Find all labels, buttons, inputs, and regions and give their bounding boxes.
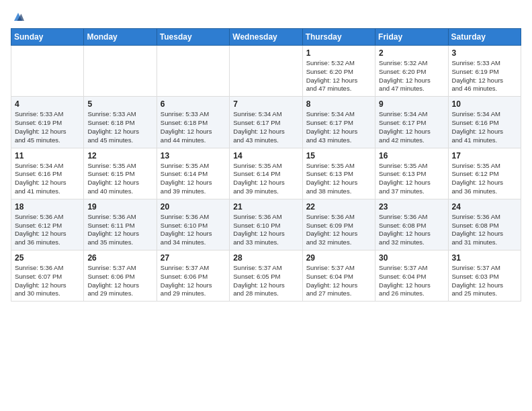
calendar-cell: 28Sunrise: 5:37 AM Sunset: 6:05 PM Dayli… xyxy=(230,250,302,302)
day-number: 16 xyxy=(379,151,444,161)
calendar-cell: 24Sunrise: 5:36 AM Sunset: 6:08 PM Dayli… xyxy=(448,199,521,250)
day-info: Sunrise: 5:37 AM Sunset: 6:06 PM Dayligh… xyxy=(87,264,152,298)
calendar-cell: 2Sunrise: 5:32 AM Sunset: 6:20 PM Daylig… xyxy=(375,46,448,97)
calendar-cell xyxy=(11,46,84,97)
calendar-cell: 13Sunrise: 5:35 AM Sunset: 6:14 PM Dayli… xyxy=(157,148,229,199)
day-number: 12 xyxy=(87,151,152,161)
day-number: 17 xyxy=(452,151,517,161)
day-info: Sunrise: 5:36 AM Sunset: 6:07 PM Dayligh… xyxy=(15,264,80,298)
day-number: 10 xyxy=(452,99,517,109)
day-info: Sunrise: 5:37 AM Sunset: 6:06 PM Dayligh… xyxy=(161,264,226,298)
calendar-week-row: 18Sunrise: 5:36 AM Sunset: 6:12 PM Dayli… xyxy=(11,199,521,250)
day-number: 13 xyxy=(161,151,226,161)
calendar-cell: 10Sunrise: 5:34 AM Sunset: 6:16 PM Dayli… xyxy=(448,97,521,148)
calendar-cell: 1Sunrise: 5:32 AM Sunset: 6:20 PM Daylig… xyxy=(302,46,375,97)
day-info: Sunrise: 5:34 AM Sunset: 6:17 PM Dayligh… xyxy=(306,110,371,144)
calendar-cell: 25Sunrise: 5:36 AM Sunset: 6:07 PM Dayli… xyxy=(11,250,84,302)
day-number: 4 xyxy=(15,99,80,109)
calendar-cell: 5Sunrise: 5:33 AM Sunset: 6:18 PM Daylig… xyxy=(84,97,157,148)
calendar-cell: 21Sunrise: 5:36 AM Sunset: 6:10 PM Dayli… xyxy=(230,199,302,250)
day-number: 5 xyxy=(87,99,152,109)
day-info: Sunrise: 5:34 AM Sunset: 6:17 PM Dayligh… xyxy=(233,110,298,144)
calendar-cell: 6Sunrise: 5:33 AM Sunset: 6:18 PM Daylig… xyxy=(157,97,229,148)
calendar-week-row: 25Sunrise: 5:36 AM Sunset: 6:07 PM Dayli… xyxy=(11,250,521,302)
day-number: 31 xyxy=(452,253,517,263)
calendar-cell: 4Sunrise: 5:33 AM Sunset: 6:19 PM Daylig… xyxy=(11,97,84,148)
day-number: 9 xyxy=(379,99,444,109)
day-info: Sunrise: 5:37 AM Sunset: 6:05 PM Dayligh… xyxy=(233,264,298,298)
day-info: Sunrise: 5:35 AM Sunset: 6:15 PM Dayligh… xyxy=(87,162,152,196)
day-info: Sunrise: 5:36 AM Sunset: 6:10 PM Dayligh… xyxy=(161,213,226,247)
calendar-cell: 11Sunrise: 5:34 AM Sunset: 6:16 PM Dayli… xyxy=(11,148,84,199)
calendar-cell: 30Sunrise: 5:37 AM Sunset: 6:04 PM Dayli… xyxy=(375,250,448,302)
calendar-header-row: SundayMondayTuesdayWednesdayThursdayFrid… xyxy=(11,29,521,46)
calendar-cell: 22Sunrise: 5:36 AM Sunset: 6:09 PM Dayli… xyxy=(302,199,375,250)
day-info: Sunrise: 5:36 AM Sunset: 6:09 PM Dayligh… xyxy=(306,213,371,247)
calendar-cell: 17Sunrise: 5:35 AM Sunset: 6:12 PM Dayli… xyxy=(448,148,521,199)
day-number: 11 xyxy=(15,151,80,161)
day-number: 21 xyxy=(233,202,298,212)
calendar-cell: 29Sunrise: 5:37 AM Sunset: 6:04 PM Dayli… xyxy=(302,250,375,302)
day-info: Sunrise: 5:33 AM Sunset: 6:18 PM Dayligh… xyxy=(161,110,226,144)
logo-icon xyxy=(12,11,24,23)
weekday-header: Saturday xyxy=(448,29,521,46)
calendar-cell: 20Sunrise: 5:36 AM Sunset: 6:10 PM Dayli… xyxy=(157,199,229,250)
day-info: Sunrise: 5:34 AM Sunset: 6:16 PM Dayligh… xyxy=(452,110,517,144)
day-info: Sunrise: 5:33 AM Sunset: 6:19 PM Dayligh… xyxy=(15,110,80,144)
calendar-week-row: 1Sunrise: 5:32 AM Sunset: 6:20 PM Daylig… xyxy=(11,46,521,97)
calendar-cell: 8Sunrise: 5:34 AM Sunset: 6:17 PM Daylig… xyxy=(302,97,375,148)
day-info: Sunrise: 5:33 AM Sunset: 6:19 PM Dayligh… xyxy=(452,59,517,93)
logo xyxy=(11,11,24,20)
weekday-header: Sunday xyxy=(11,29,84,46)
day-number: 29 xyxy=(306,253,371,263)
day-info: Sunrise: 5:36 AM Sunset: 6:12 PM Dayligh… xyxy=(15,213,80,247)
day-number: 7 xyxy=(233,99,298,109)
day-info: Sunrise: 5:34 AM Sunset: 6:17 PM Dayligh… xyxy=(379,110,444,144)
day-info: Sunrise: 5:37 AM Sunset: 6:03 PM Dayligh… xyxy=(452,264,517,298)
calendar-cell: 16Sunrise: 5:35 AM Sunset: 6:13 PM Dayli… xyxy=(375,148,448,199)
day-number: 2 xyxy=(379,48,444,58)
calendar-table: SundayMondayTuesdayWednesdayThursdayFrid… xyxy=(11,28,521,302)
day-number: 6 xyxy=(161,99,226,109)
day-number: 1 xyxy=(306,48,371,58)
day-number: 23 xyxy=(379,202,444,212)
day-number: 3 xyxy=(452,48,517,58)
day-info: Sunrise: 5:36 AM Sunset: 6:11 PM Dayligh… xyxy=(87,213,152,247)
calendar-cell: 9Sunrise: 5:34 AM Sunset: 6:17 PM Daylig… xyxy=(375,97,448,148)
calendar-cell: 18Sunrise: 5:36 AM Sunset: 6:12 PM Dayli… xyxy=(11,199,84,250)
day-number: 19 xyxy=(87,202,152,212)
calendar-cell xyxy=(230,46,302,97)
day-number: 28 xyxy=(233,253,298,263)
day-number: 24 xyxy=(452,202,517,212)
weekday-header: Friday xyxy=(375,29,448,46)
weekday-header: Thursday xyxy=(302,29,375,46)
calendar-cell: 19Sunrise: 5:36 AM Sunset: 6:11 PM Dayli… xyxy=(84,199,157,250)
day-info: Sunrise: 5:37 AM Sunset: 6:04 PM Dayligh… xyxy=(379,264,444,298)
day-info: Sunrise: 5:35 AM Sunset: 6:13 PM Dayligh… xyxy=(306,162,371,196)
calendar-cell: 3Sunrise: 5:33 AM Sunset: 6:19 PM Daylig… xyxy=(448,46,521,97)
calendar-cell: 12Sunrise: 5:35 AM Sunset: 6:15 PM Dayli… xyxy=(84,148,157,199)
weekday-header: Monday xyxy=(84,29,157,46)
calendar-cell: 15Sunrise: 5:35 AM Sunset: 6:13 PM Dayli… xyxy=(302,148,375,199)
calendar-cell xyxy=(157,46,229,97)
weekday-header: Wednesday xyxy=(230,29,302,46)
calendar-cell: 31Sunrise: 5:37 AM Sunset: 6:03 PM Dayli… xyxy=(448,250,521,302)
day-info: Sunrise: 5:32 AM Sunset: 6:20 PM Dayligh… xyxy=(306,59,371,93)
day-info: Sunrise: 5:36 AM Sunset: 6:08 PM Dayligh… xyxy=(379,213,444,247)
day-info: Sunrise: 5:35 AM Sunset: 6:14 PM Dayligh… xyxy=(161,162,226,196)
day-number: 8 xyxy=(306,99,371,109)
calendar-cell: 27Sunrise: 5:37 AM Sunset: 6:06 PM Dayli… xyxy=(157,250,229,302)
day-number: 20 xyxy=(161,202,226,212)
day-number: 25 xyxy=(15,253,80,263)
day-info: Sunrise: 5:33 AM Sunset: 6:18 PM Dayligh… xyxy=(87,110,152,144)
day-info: Sunrise: 5:35 AM Sunset: 6:12 PM Dayligh… xyxy=(452,162,517,196)
calendar-cell: 23Sunrise: 5:36 AM Sunset: 6:08 PM Dayli… xyxy=(375,199,448,250)
day-info: Sunrise: 5:32 AM Sunset: 6:20 PM Dayligh… xyxy=(379,59,444,93)
calendar-cell: 26Sunrise: 5:37 AM Sunset: 6:06 PM Dayli… xyxy=(84,250,157,302)
day-number: 26 xyxy=(87,253,152,263)
day-number: 22 xyxy=(306,202,371,212)
day-info: Sunrise: 5:36 AM Sunset: 6:10 PM Dayligh… xyxy=(233,213,298,247)
weekday-header: Tuesday xyxy=(157,29,229,46)
day-info: Sunrise: 5:35 AM Sunset: 6:14 PM Dayligh… xyxy=(233,162,298,196)
calendar-cell xyxy=(84,46,157,97)
